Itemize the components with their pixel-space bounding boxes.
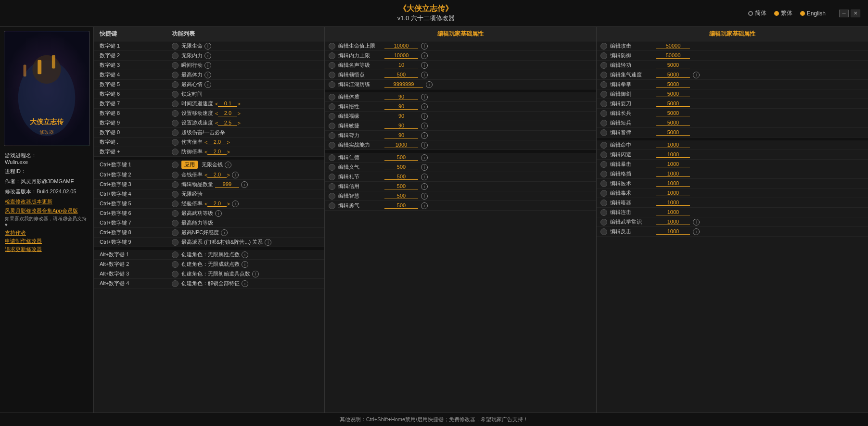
shortcut-toggle-3[interactable] — [172, 62, 179, 69]
shortcut-toggle-4[interactable] — [172, 72, 179, 78]
info-icon-courtesy[interactable]: i — [421, 174, 428, 180]
edit-toggle-agi[interactable] — [329, 123, 335, 129]
edit-input-benevolence[interactable] — [384, 154, 418, 161]
shortcut-toggle-7[interactable] — [172, 100, 179, 107]
edit-toggle-poison[interactable] — [600, 190, 607, 197]
info-icon-loyalty[interactable]: i — [421, 164, 428, 171]
edit-toggle-loyalty[interactable] — [329, 164, 335, 171]
shortcut-toggle-ctrl2[interactable] — [172, 172, 179, 178]
info-icon-chi-speed[interactable]: i — [693, 72, 700, 78]
edit-input-accuracy[interactable] — [656, 142, 690, 148]
edit-input-sword[interactable] — [656, 91, 690, 97]
lang-traditional[interactable]: 繁体 — [774, 9, 792, 17]
edit-input-con[interactable] — [384, 94, 418, 100]
value-input-8[interactable] — [218, 110, 237, 116]
edit-toggle-benevolence[interactable] — [329, 154, 335, 161]
edit-toggle-trust[interactable] — [329, 183, 335, 190]
edit-input-trust[interactable] — [384, 183, 418, 189]
info-icon-agi[interactable]: i — [421, 123, 428, 129]
shortcut-toggle-ctrl8[interactable] — [172, 229, 179, 236]
edit-input-def[interactable] — [656, 52, 690, 59]
shortcut-toggle-ctrl3[interactable] — [172, 181, 179, 188]
edit-toggle-music[interactable] — [600, 129, 607, 136]
edit-input-crit[interactable] — [656, 161, 690, 167]
info-icon-ctrl1[interactable]: i — [225, 162, 231, 168]
edit-toggle-wisdom[interactable] — [329, 193, 335, 200]
info-icon-wit[interactable]: i — [421, 103, 428, 110]
edit-toggle-hp[interactable] — [329, 43, 335, 50]
value-input-ctrl2[interactable] — [207, 172, 227, 178]
shortcut-toggle-alt1[interactable] — [172, 251, 179, 258]
shortcut-toggle-ctrl5[interactable] — [172, 200, 179, 207]
edit-input-martial-knowledge[interactable] — [656, 219, 690, 225]
edit-toggle-def[interactable] — [600, 52, 607, 59]
edit-input-poison[interactable] — [656, 190, 690, 196]
edit-input-wisdom[interactable] — [384, 193, 418, 199]
edit-toggle-str[interactable] — [329, 132, 335, 139]
edit-input-insight[interactable] — [384, 72, 418, 78]
edit-toggle-exp[interactable] — [329, 81, 335, 88]
shortcut-toggle-6[interactable] — [172, 91, 179, 98]
shortcut-toggle-ctrl7[interactable] — [172, 220, 179, 226]
info-icon-mp[interactable]: i — [421, 52, 428, 59]
edit-input-wit[interactable] — [384, 103, 418, 110]
lang-simplified-radio[interactable] — [748, 11, 753, 16]
edit-input-fist[interactable] — [656, 81, 690, 88]
info-icon-ctrl9[interactable]: i — [265, 239, 271, 246]
edit-input-fame[interactable] — [384, 62, 418, 68]
edit-input-chi-speed[interactable] — [656, 72, 690, 78]
info-icon-alt2[interactable]: i — [242, 261, 248, 268]
value-input-7[interactable] — [218, 100, 237, 107]
info-icon-exp[interactable]: i — [426, 81, 433, 88]
edit-input-dodge[interactable] — [656, 151, 690, 158]
info-icon-luck[interactable]: i — [421, 113, 428, 120]
edit-toggle-wit[interactable] — [329, 103, 335, 110]
edit-toggle-combo[interactable] — [600, 209, 607, 216]
edit-input-agi[interactable] — [384, 123, 418, 129]
check-update-link[interactable]: 检查修改器版本更新 — [5, 198, 89, 205]
edit-input-loyalty[interactable] — [384, 164, 418, 170]
shortcut-toggle-plus[interactable] — [172, 149, 179, 155]
shortcut-toggle-8[interactable] — [172, 110, 179, 117]
info-icon-ctrl2[interactable]: i — [232, 172, 239, 178]
edit-input-str[interactable] — [384, 132, 418, 138]
shortcut-toggle-ctrl1[interactable] — [172, 162, 179, 168]
edit-toggle-saber[interactable] — [600, 100, 607, 107]
lang-traditional-radio[interactable] — [774, 11, 779, 16]
info-icon-ctrl8[interactable]: i — [221, 229, 228, 236]
info-icon-ctrl3[interactable]: i — [241, 181, 248, 188]
shortcut-toggle-alt3[interactable] — [172, 271, 179, 277]
edit-toggle-courage[interactable] — [329, 202, 335, 209]
shortcut-toggle-5[interactable] — [172, 81, 179, 88]
info-icon-con[interactable]: i — [421, 94, 428, 100]
edit-toggle-mp[interactable] — [329, 52, 335, 59]
edit-input-combat[interactable] — [384, 142, 418, 148]
info-icon-hp[interactable]: i — [421, 43, 428, 50]
edit-input-combo[interactable] — [656, 209, 690, 215]
edit-input-luck[interactable] — [384, 113, 418, 119]
vip-link[interactable]: 风灵月影修改器合集App会员版 — [5, 207, 89, 214]
info-icon-counter[interactable]: i — [693, 228, 700, 235]
edit-input-counter[interactable] — [656, 228, 690, 235]
edit-toggle-block[interactable] — [600, 171, 607, 177]
info-icon-alt1[interactable]: i — [242, 251, 248, 258]
edit-toggle-chi-speed[interactable] — [600, 72, 607, 78]
info-icon-trust[interactable]: i — [421, 183, 428, 190]
shortcut-toggle-9[interactable] — [172, 120, 179, 126]
info-icon-5[interactable]: i — [204, 81, 211, 88]
edit-toggle-agility[interactable] — [600, 62, 607, 69]
lang-english[interactable]: English — [800, 10, 826, 17]
minimize-button[interactable]: ─ — [839, 10, 849, 17]
info-icon-martial-knowledge[interactable]: i — [693, 219, 700, 226]
close-button[interactable]: ✕ — [851, 10, 860, 17]
edit-toggle-combat[interactable] — [329, 142, 335, 149]
shortcut-toggle-alt2[interactable] — [172, 261, 179, 268]
info-icon-ctrl5[interactable]: i — [232, 200, 239, 207]
value-input-dot[interactable] — [207, 139, 227, 145]
edit-toggle-atk[interactable] — [600, 43, 607, 50]
edit-input-saber[interactable] — [656, 100, 690, 107]
edit-toggle-con[interactable] — [329, 94, 335, 100]
info-icon-courage[interactable]: i — [421, 202, 428, 209]
info-icon-fame[interactable]: i — [421, 62, 428, 69]
info-icon-str[interactable]: i — [421, 132, 428, 139]
